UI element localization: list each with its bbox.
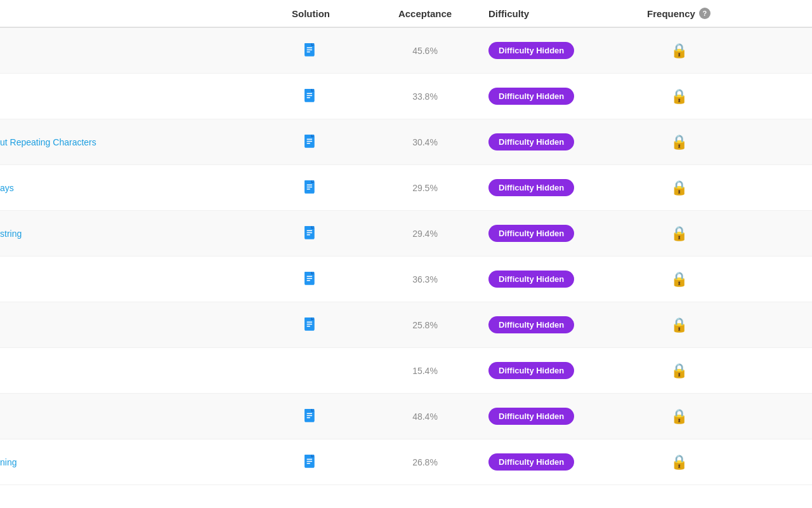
acceptance-cell: 48.4% xyxy=(368,411,482,422)
frequency-cell: 🔒 xyxy=(622,134,736,150)
acceptance-cell: 33.8% xyxy=(368,91,482,102)
solution-doc-icon[interactable] xyxy=(302,133,320,151)
svg-rect-71 xyxy=(307,463,310,464)
svg-rect-15 xyxy=(307,97,310,98)
svg-rect-14 xyxy=(307,95,313,95)
svg-rect-29 xyxy=(307,184,313,185)
title-header xyxy=(0,8,254,19)
table-row: ays 29.5%Difficulty Hidden🔒 xyxy=(0,165,812,211)
lock-icon: 🔒 xyxy=(671,180,688,196)
lock-icon: 🔒 xyxy=(671,363,688,379)
svg-rect-6 xyxy=(307,49,313,50)
difficulty-cell: Difficulty Hidden xyxy=(482,133,622,150)
frequency-cell: 🔒 xyxy=(622,43,736,59)
solution-doc-icon[interactable] xyxy=(302,453,320,471)
solution-doc-icon[interactable] xyxy=(302,225,320,243)
table-row: 33.8%Difficulty Hidden🔒 xyxy=(0,74,812,119)
table-row: 48.4%Difficulty Hidden🔒 xyxy=(0,394,812,439)
frequency-cell: 🔒 xyxy=(622,454,736,471)
difficulty-cell: Difficulty Hidden xyxy=(482,88,622,105)
frequency-header: Frequency ? xyxy=(622,8,736,19)
table-row: ut Repeating Characters 30.4%Difficulty … xyxy=(0,119,812,165)
solution-doc-icon[interactable] xyxy=(302,408,320,425)
acceptance-cell: 45.6% xyxy=(368,46,482,56)
svg-rect-63 xyxy=(307,417,310,418)
table-row: ning 26.8%Difficulty Hidden🔒 xyxy=(0,439,812,485)
svg-rect-53 xyxy=(307,321,313,322)
frequency-cell: 🔒 xyxy=(622,363,736,379)
svg-rect-7 xyxy=(307,51,310,52)
svg-rect-5 xyxy=(307,47,313,48)
problem-title[interactable]: string xyxy=(0,229,254,239)
difficulty-cell: Difficulty Hidden xyxy=(482,42,622,59)
difficulty-badge: Difficulty Hidden xyxy=(488,133,574,150)
frequency-cell: 🔒 xyxy=(622,88,736,105)
problem-title[interactable]: ning xyxy=(0,457,254,467)
solution-cell xyxy=(254,408,368,425)
lock-icon: 🔒 xyxy=(671,454,688,471)
lock-icon: 🔒 xyxy=(671,43,688,59)
acceptance-cell: 15.4% xyxy=(368,366,482,376)
acceptance-cell: 26.8% xyxy=(368,457,482,467)
solution-cell xyxy=(254,453,368,471)
problem-title[interactable]: ays xyxy=(0,183,254,193)
difficulty-cell: Difficulty Hidden xyxy=(482,225,622,242)
svg-rect-31 xyxy=(307,189,310,189)
svg-rect-54 xyxy=(307,323,313,324)
svg-rect-13 xyxy=(307,93,313,93)
solution-header: Solution xyxy=(254,8,368,19)
lock-icon: 🔒 xyxy=(671,225,688,242)
svg-rect-38 xyxy=(307,232,313,232)
solution-doc-icon[interactable] xyxy=(302,88,320,105)
difficulty-badge: Difficulty Hidden xyxy=(488,42,574,59)
solution-cell xyxy=(254,133,368,151)
frequency-cell: 🔒 xyxy=(622,317,736,333)
frequency-cell: 🔒 xyxy=(622,180,736,196)
frequency-cell: 🔒 xyxy=(622,271,736,288)
frequency-info-icon[interactable]: ? xyxy=(699,8,710,19)
acceptance-cell: 30.4% xyxy=(368,137,482,147)
solution-cell xyxy=(254,42,368,60)
svg-rect-46 xyxy=(307,277,313,278)
solution-cell xyxy=(254,271,368,288)
acceptance-header: Acceptance xyxy=(368,8,482,19)
table-row: 36.3%Difficulty Hidden🔒 xyxy=(0,257,812,302)
difficulty-badge: Difficulty Hidden xyxy=(488,453,574,471)
frequency-cell: 🔒 xyxy=(622,408,736,425)
lock-icon: 🔒 xyxy=(671,317,688,333)
difficulty-cell: Difficulty Hidden xyxy=(482,453,622,471)
svg-rect-62 xyxy=(307,415,313,415)
acceptance-cell: 25.8% xyxy=(368,320,482,330)
acceptance-cell: 29.4% xyxy=(368,229,482,239)
difficulty-badge: Difficulty Hidden xyxy=(488,408,574,425)
svg-rect-21 xyxy=(307,138,313,139)
svg-rect-55 xyxy=(307,326,310,326)
acceptance-cell: 29.5% xyxy=(368,183,482,193)
svg-rect-23 xyxy=(307,143,310,144)
svg-rect-45 xyxy=(307,276,313,276)
problems-table: Solution Acceptance Difficulty Frequency… xyxy=(0,0,812,485)
difficulty-badge: Difficulty Hidden xyxy=(488,362,574,379)
svg-rect-61 xyxy=(307,413,313,413)
solution-doc-icon[interactable] xyxy=(302,316,320,334)
solution-doc-icon[interactable] xyxy=(302,179,320,197)
table-row: 25.8%Difficulty Hidden🔒 xyxy=(0,302,812,348)
acceptance-cell: 36.3% xyxy=(368,274,482,284)
difficulty-badge: Difficulty Hidden xyxy=(488,271,574,288)
problem-title[interactable]: ut Repeating Characters xyxy=(0,137,254,147)
table-body: 45.6%Difficulty Hidden🔒 33.8%Difficulty … xyxy=(0,28,812,485)
difficulty-cell: Difficulty Hidden xyxy=(482,408,622,425)
solution-doc-icon[interactable] xyxy=(302,42,320,60)
svg-rect-69 xyxy=(307,458,313,459)
solution-cell xyxy=(254,88,368,105)
lock-icon: 🔒 xyxy=(671,134,688,150)
solution-cell xyxy=(254,225,368,243)
svg-rect-70 xyxy=(307,460,313,461)
frequency-cell: 🔒 xyxy=(622,225,736,242)
difficulty-cell: Difficulty Hidden xyxy=(482,316,622,333)
svg-rect-47 xyxy=(307,280,310,281)
solution-doc-icon[interactable] xyxy=(302,271,320,288)
lock-icon: 🔒 xyxy=(671,88,688,105)
svg-rect-39 xyxy=(307,234,310,235)
difficulty-header: Difficulty xyxy=(482,8,622,19)
